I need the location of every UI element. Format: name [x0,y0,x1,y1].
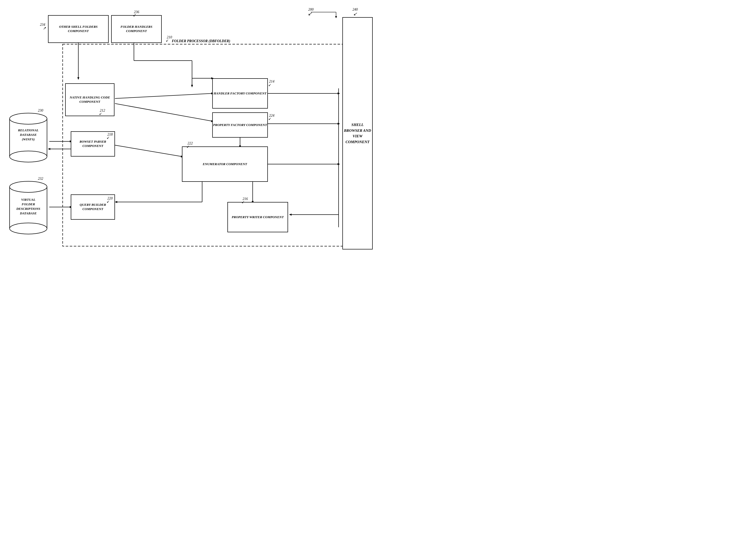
shell-browser-label: SHELL BROWSER AND VIEW COMPONENT [343,122,372,145]
native-handling-label: NATIVE HANDLING CODE COMPONENT [66,95,114,104]
svg-point-41 [10,113,47,124]
svg-text:DATABASE: DATABASE [20,211,37,215]
svg-line-26 [115,145,182,157]
handler-factory-label: HANDLER FACTORY COMPONENT [213,91,267,96]
svg-text:(WINFS): (WINFS) [22,137,35,141]
property-writer-box: PROPERTY WRITER COMPONENT [228,202,288,232]
svg-text:FOLDER: FOLDER [21,202,35,206]
native-handling-box: NATIVE HANDLING CODE COMPONENT [65,83,115,116]
handler-factory-box: HANDLER FACTORY COMPONENT [212,78,268,109]
arrow-212: ↙ [99,112,102,116]
svg-text:DESCRIPTIONS: DESCRIPTIONS [16,207,40,211]
svg-marker-19 [338,123,340,125]
shell-browser-box: SHELL BROWSER AND VIEW COMPONENT [342,17,373,249]
svg-text:RELATIONAL: RELATIONAL [18,128,39,132]
query-builder-label: QUERY BUILDER COMPONENT [71,203,115,211]
virtual-folder-db-svg: VIRTUAL FOLDER DESCRIPTIONS DATABASE [7,177,49,237]
svg-line-12 [115,93,212,98]
diagram-container: 200 ↙ 240 ↙ OTHER SHELL FOLDERS COMPONEN… [0,0,378,266]
property-writer-label: PROPERTY WRITER COMPONENT [232,215,284,219]
arrow-224: ↙ [268,117,271,121]
svg-marker-32 [115,201,117,203]
folder-handlers-box: FOLDER HANDLERS COMPONENT [111,15,162,43]
folder-handlers-label: FOLDER HANDLERS COMPONENT [112,25,161,33]
enumerator-box: ENUMERATOR COMPONENT [182,146,268,182]
property-factory-label: PROPERTY FACTORY COMPONENT [213,123,267,127]
property-factory-box: PROPERTY FACTORY COMPONENT [212,112,268,138]
svg-text:VIRTUAL: VIRTUAL [21,198,35,201]
svg-marker-5 [77,77,79,80]
ref-232: 232 [38,177,43,181]
rowset-parser-label: ROWSET PARSER COMPONENT [71,140,115,148]
arrow-236: ↙ [133,13,136,17]
other-shell-folders-box: OTHER SHELL FOLDERS COMPONENT [48,15,109,43]
other-shell-folders-label: OTHER SHELL FOLDERS COMPONENT [48,25,108,33]
svg-marker-29 [338,163,340,165]
arrow-240: ↙ [353,11,357,17]
ref-230: 230 [38,109,43,113]
arrow-210: ↙ [166,38,169,43]
svg-marker-38 [289,214,292,216]
svg-marker-17 [338,92,340,94]
arrow-220: ↙ [107,199,110,204]
enumerator-label: ENUMERATOR COMPONENT [202,162,247,166]
relational-db-svg: RELATIONAL DATABASE (WINFS) [7,109,49,164]
svg-point-42 [10,151,47,162]
svg-line-14 [115,104,212,121]
svg-point-48 [10,223,47,234]
arrow-216: ↙ [242,200,245,204]
svg-text:DATABASE: DATABASE [20,133,37,137]
arrow-234: ↗ [43,26,46,31]
folder-processor-label: FOLDER PROCESSOR (DBFOLDER) [172,39,230,43]
arrow-218: ↙ [107,136,110,140]
arrow-222: ↙ [186,144,190,149]
arrow-214: ↙ [268,83,271,87]
arrow-200: ↙ [308,11,312,17]
svg-marker-3 [335,16,337,18]
svg-marker-9 [191,85,193,88]
svg-point-47 [10,181,47,192]
